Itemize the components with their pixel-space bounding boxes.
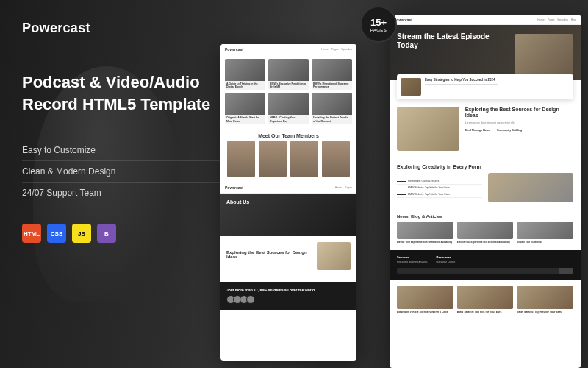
card-title: BMW's Exclusive Rendition of Style M2 — [268, 81, 309, 90]
card-image — [397, 286, 453, 309]
card-image — [457, 286, 514, 309]
html5-badge: HTML — [22, 224, 41, 243]
card-grid: A Guide to Thriving in the Digital Epoch… — [220, 54, 356, 129]
brand-logo: Powercast — [22, 21, 243, 36]
card-image — [268, 93, 309, 115]
list-item: BMW Selects: Top Hits for Your Ears — [397, 191, 482, 198]
preview-header: Powercast Home Pages Episodes — [220, 44, 356, 54]
episode-card: BMW Selects: Top Hits for Your Ears — [517, 286, 573, 314]
headline: Podcast & Video/Audio Record HTML5 Templ… — [22, 71, 243, 115]
hero-title: Stream the Latest Episode Today — [397, 32, 503, 50]
feature-item: Clean & Modern Design — [22, 161, 243, 183]
creativity-heading: Exploring Creativity in Every Form — [397, 164, 573, 169]
tech-badges: HTML CSS JS B — [22, 224, 243, 243]
episode-card: BMW's Exclusive Rendition of Style M2 — [268, 59, 309, 90]
audio-player: Easy Strategies to Help You Succeed in 2… — [397, 74, 573, 99]
footer: ServicesPodcasting Marketing Analytics R… — [390, 250, 581, 280]
card-title: BMW Selects: Top Hits for Your Ears — [517, 311, 573, 314]
card-title: BMW Selects: Top Hits for Your Ears — [457, 311, 514, 314]
creativity-image — [488, 173, 573, 202]
preview-logo: Powercast — [225, 185, 243, 190]
card-title: Origami: A Simple Start for Mind Peace — [225, 115, 265, 124]
episode-card: Origami: A Simple Start for Mind Peace — [225, 93, 265, 124]
footer-col-heading: Services — [397, 255, 428, 259]
episode-card: BMW's Disection of Supreme Performance — [312, 59, 352, 90]
css3-badge: CSS — [47, 224, 66, 243]
nav-item: Episodes — [342, 48, 352, 51]
card-image — [225, 59, 265, 81]
player-title: Easy Strategies to Help You Succeed in 2… — [425, 78, 498, 82]
team-member — [259, 141, 287, 177]
preview-logo: Powercast — [225, 47, 243, 52]
explore-heading: Exploring the Best Sources for Design Id… — [226, 250, 312, 259]
feature-item: 24/07 Support Team — [22, 183, 243, 203]
mini-features: Mind Through Ideas Community Building — [465, 129, 573, 132]
preview-header: Powercast Home Pages Episodes Blog — [390, 15, 581, 25]
news-image — [517, 222, 573, 239]
subscribe-button — [559, 268, 573, 274]
feature-item: Easy to Customize — [22, 140, 243, 161]
progress-bar — [425, 84, 498, 85]
episode-card: Unveiling the Hottest Trends of the Mome… — [312, 93, 352, 124]
left-content: Powercast Podcast & Video/Audio Record H… — [22, 21, 243, 243]
news-image — [397, 222, 453, 239]
card-title: BMW Soft Vehicle Silencers Worth a Look — [397, 311, 453, 314]
explore-section: Exploring the Best Sources for Design Id… — [390, 99, 581, 158]
news-card: Elevate Your Experience — [517, 222, 573, 244]
list-item: Memorable Guest Lectures — [397, 178, 482, 185]
card-title: A Guide to Thriving in the Digital Epoch — [225, 81, 265, 90]
mini-feature: Community Building — [497, 129, 522, 132]
news-title: Elevate Your Experience — [517, 241, 573, 244]
email-input — [397, 268, 559, 274]
avatar-stack — [226, 295, 351, 304]
news-heading: News, Blog & Articles — [397, 214, 573, 219]
preview-nav: Home Pages — [335, 186, 352, 189]
news-section: News, Blog & Articles Elevate Your Exper… — [390, 208, 581, 250]
template-preview-1: Powercast Home Pages Episodes A Guide to… — [220, 44, 356, 361]
episode-card: BMW Selects: Top Hits for Your Ears — [457, 286, 514, 314]
episode-card: HERO - Crafting Your Organized Day — [268, 93, 309, 124]
explore-image — [397, 107, 459, 151]
card-image — [312, 93, 352, 115]
nav-item: Pages — [548, 18, 555, 21]
preview-nav: Home Pages Episodes Blog — [537, 18, 576, 21]
team-member — [322, 141, 350, 177]
nav-item: Blog — [571, 18, 576, 21]
player-thumbnail — [401, 78, 421, 96]
preview-nav: Home Pages Episodes — [321, 48, 352, 51]
footer-col-heading: Resources — [437, 255, 456, 259]
card-title: Unveiling the Hottest Trends of the Mome… — [312, 115, 352, 124]
team-member — [227, 141, 255, 177]
bottom-card-grid: BMW Soft Vehicle Silencers Worth a Look … — [390, 280, 581, 319]
news-card: Elevate Your Experience with Extended Av… — [457, 222, 514, 244]
card-image — [517, 286, 573, 309]
card-title: BMW's Disection of Supreme Performance — [312, 81, 352, 90]
subscribe-form — [397, 268, 573, 274]
pages-count: 15+ — [370, 17, 387, 28]
news-image — [457, 222, 514, 239]
news-title: Elevate Your Experience with Extended Av… — [457, 241, 514, 244]
card-image — [268, 59, 309, 81]
team-member — [290, 141, 318, 177]
creativity-section: Exploring Creativity in Every Form Memor… — [390, 158, 581, 208]
nav-item: Pages — [331, 48, 339, 51]
footer-links: Podcasting Marketing Analytics — [397, 261, 428, 264]
episode-card: A Guide to Thriving in the Digital Epoch — [225, 59, 265, 90]
join-banner: Join more than 17,000+ students all over… — [220, 282, 356, 311]
mini-feature: Mind Through Ideas — [465, 129, 490, 132]
explore-subtext: Lorem ipsum dolor sit amet consectetur e… — [465, 121, 573, 125]
nav-item: Episodes — [558, 18, 568, 21]
news-card: Elevate Your Experience with Unmatched A… — [397, 222, 453, 244]
hero-section: Stream the Latest Episode Today — [390, 25, 581, 80]
join-text: Join more than 17,000+ students all over… — [226, 288, 351, 293]
hero-image — [514, 34, 573, 77]
footer-links: Blog About Contact — [437, 261, 456, 264]
about-body: Exploring the Best Sources for Design Id… — [220, 236, 356, 276]
bootstrap-badge: B — [97, 224, 116, 243]
template-preview-2: Powercast Home Pages Episodes Blog Strea… — [390, 15, 581, 368]
preview-header: Powercast Home Pages — [220, 183, 356, 194]
nav-item: Pages — [345, 186, 352, 189]
about-title: About Us — [226, 199, 351, 205]
about-hero: About Us — [220, 194, 356, 236]
about-image — [317, 242, 351, 270]
